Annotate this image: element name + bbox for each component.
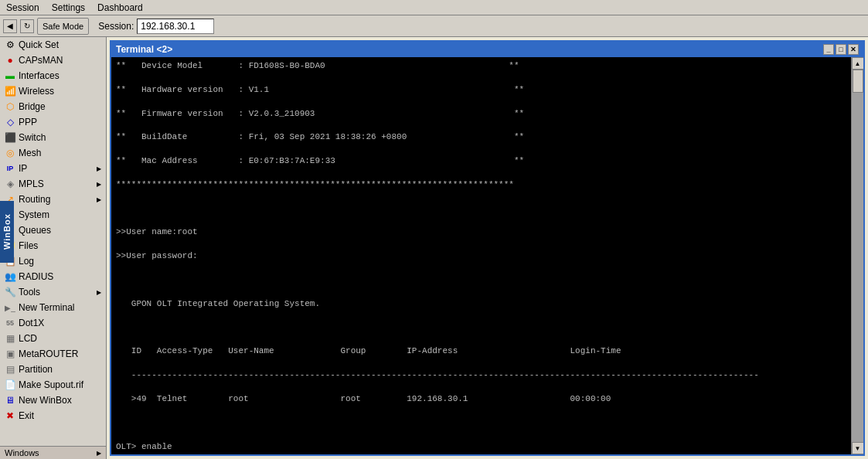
menu-dashboard[interactable]: Dashboard — [94, 2, 146, 13]
session-label: Session: — [98, 21, 134, 32]
sidebar-item-meta-router[interactable]: ▣ MetaROUTER — [0, 346, 106, 362]
sidebar-label-capsman: CAPsMAN — [19, 55, 63, 66]
exit-icon: ✖ — [5, 410, 15, 421]
session-ip: 192.168.30.1 — [137, 19, 214, 34]
sidebar-item-lcd[interactable]: ▦ LCD — [0, 331, 106, 346]
sidebar-label-ip: IP — [19, 163, 27, 174]
maximize-button[interactable]: □ — [836, 44, 846, 55]
sidebar-label-system: System — [19, 209, 49, 220]
terminal-blank-3 — [116, 322, 846, 334]
sidebar-item-mpls[interactable]: ◈ MPLS — [0, 176, 106, 192]
sidebar-label-mpls: MPLS — [19, 178, 44, 189]
sidebar-label-lcd: LCD — [19, 333, 37, 344]
lcd-icon: ▦ — [5, 333, 15, 344]
sidebar-label-new-winbox: New WinBox — [19, 395, 72, 406]
scrollbar-down[interactable]: ▼ — [852, 442, 864, 454]
terminal-username: >>User name:root — [116, 226, 846, 238]
sidebar-label-wireless: Wireless — [19, 86, 54, 97]
sidebar-label-ppp: PPP — [19, 117, 37, 128]
sidebar-label-make-supout: Make Supout.rif — [19, 379, 83, 390]
sidebar-item-new-winbox[interactable]: 🖥 New WinBox — [0, 393, 106, 408]
content-area: Terminal <2> _ □ ✕ ** Device Model : FD1… — [107, 37, 868, 459]
sidebar-item-mesh[interactable]: ◎ Mesh — [0, 145, 106, 161]
terminal-password: >>User password: — [116, 250, 846, 262]
terminal-line-stars: ****************************************… — [116, 179, 846, 191]
terminal-titlebar: Terminal <2> _ □ ✕ — [111, 42, 863, 57]
partition-icon: ▤ — [5, 364, 15, 375]
terminal-blank-2 — [116, 274, 846, 286]
sidebar-item-radius[interactable]: 👥 RADIUS — [0, 269, 106, 284]
terminal-table-divider: ----------------------------------------… — [116, 369, 846, 381]
minimize-button[interactable]: _ — [823, 44, 834, 55]
terminal-enable: OLT> enable — [116, 441, 846, 453]
sidebar-item-switch[interactable]: ⬛ Switch — [0, 130, 106, 145]
wireless-icon: 📶 — [5, 86, 15, 97]
sidebar-item-ip[interactable]: IP IP — [0, 161, 106, 176]
interfaces-icon: ▬ — [5, 70, 15, 81]
mpls-icon: ◈ — [5, 178, 15, 189]
switch-icon: ⬛ — [5, 132, 15, 143]
main-area: ⚙ Quick Set ● CAPsMAN ▬ Interfaces 📶 Wir… — [0, 37, 868, 459]
sidebar-item-system[interactable]: ⚙ System — [0, 207, 106, 223]
sidebar-item-interfaces[interactable]: ▬ Interfaces — [0, 68, 106, 83]
sidebar-label-interfaces: Interfaces — [19, 70, 60, 81]
menu-settings[interactable]: Settings — [49, 2, 88, 13]
sidebar-label-files: Files — [19, 240, 38, 251]
mesh-icon: ◎ — [5, 148, 15, 158]
sidebar-item-tools[interactable]: 🔧 Tools — [0, 284, 106, 300]
sidebar-label-exit: Exit — [19, 410, 34, 421]
toolbar: ◀ ↻ Safe Mode Session: 192.168.30.1 — [0, 15, 868, 37]
sidebar-item-files[interactable]: 📁 Files — [0, 238, 106, 253]
refresh-icon[interactable]: ↻ — [20, 19, 34, 33]
sidebar-item-exit[interactable]: ✖ Exit — [0, 408, 106, 423]
menu-session[interactable]: Session — [3, 2, 43, 13]
terminal-gpon: GPON OLT Integrated Operating System. — [116, 298, 846, 310]
terminal-body[interactable]: ** Device Model : FD1608S-B0-BDA0 ** ** … — [111, 57, 851, 454]
dot1x-icon: 55 — [5, 318, 15, 328]
terminal-controls: _ □ ✕ — [823, 44, 859, 55]
sidebar-label-new-terminal: New Terminal — [19, 302, 74, 313]
sidebar-label-tools: Tools — [19, 287, 40, 298]
winbox-side-label: WinBox — [0, 201, 14, 263]
scrollbar-thumb[interactable] — [853, 70, 863, 93]
sidebar-label-meta-router: MetaROUTER — [19, 348, 78, 359]
sidebar-item-routing[interactable]: ↗ Routing — [0, 192, 106, 207]
sidebar-item-capsman[interactable]: ● CAPsMAN — [0, 53, 106, 68]
back-icon[interactable]: ◀ — [3, 19, 17, 33]
windows-arrow: ▶ — [97, 450, 101, 457]
safe-mode-button[interactable]: Safe Mode — [37, 18, 89, 35]
sidebar-label-mesh: Mesh — [19, 148, 41, 158]
meta-router-icon: ▣ — [5, 348, 15, 359]
sidebar-label-bridge: Bridge — [19, 101, 46, 112]
sidebar-item-partition[interactable]: ▤ Partition — [0, 362, 106, 377]
scrollbar-track[interactable] — [852, 70, 863, 442]
sidebar-label-radius: RADIUS — [19, 271, 53, 282]
sidebar-item-bridge[interactable]: ⬡ Bridge — [0, 99, 106, 114]
sidebar-label-routing: Routing — [19, 194, 50, 205]
terminal-table-row: >49 Telnet root root 192.168.30.1 00:00:… — [116, 393, 846, 405]
terminal-line-5: ** Mac Address : E0:67:B3:7A:E9:33 ** — [116, 155, 846, 167]
sidebar-item-log[interactable]: 📋 Log — [0, 253, 106, 269]
ip-icon: IP — [5, 163, 15, 174]
terminal-with-scrollbar: ** Device Model : FD1608S-B0-BDA0 ** ** … — [111, 57, 863, 454]
sidebar-label-log: Log — [19, 256, 34, 267]
sidebar-item-new-terminal[interactable]: ▶_ New Terminal — [0, 300, 106, 315]
sidebar-item-queues[interactable]: ≡ Queues — [0, 223, 106, 238]
sidebar-item-quick-set[interactable]: ⚙ Quick Set — [0, 37, 106, 53]
terminal-line-2: ** Hardware version : V1.1 ** — [116, 84, 846, 96]
sidebar-item-dot1x[interactable]: 55 Dot1X — [0, 315, 106, 331]
sidebar-item-wireless[interactable]: 📶 Wireless — [0, 83, 106, 99]
make-supout-icon: 📄 — [5, 379, 15, 390]
close-button[interactable]: ✕ — [848, 44, 859, 55]
tools-icon: 🔧 — [5, 287, 15, 298]
terminal-line-3: ** Firmware version : V2.0.3_210903 ** — [116, 108, 846, 120]
terminal-blank-4 — [116, 417, 846, 429]
sidebar: ⚙ Quick Set ● CAPsMAN ▬ Interfaces 📶 Wir… — [0, 37, 107, 459]
terminal-scrollbar: ▲ ▼ — [851, 57, 863, 454]
sidebar-item-make-supout[interactable]: 📄 Make Supout.rif — [0, 377, 106, 393]
sidebar-label-queues: Queues — [19, 225, 51, 236]
sidebar-label-partition: Partition — [19, 364, 53, 375]
windows-label: Windows — [5, 448, 39, 457]
sidebar-item-ppp[interactable]: ◇ PPP — [0, 114, 106, 130]
scrollbar-up[interactable]: ▲ — [852, 57, 864, 70]
